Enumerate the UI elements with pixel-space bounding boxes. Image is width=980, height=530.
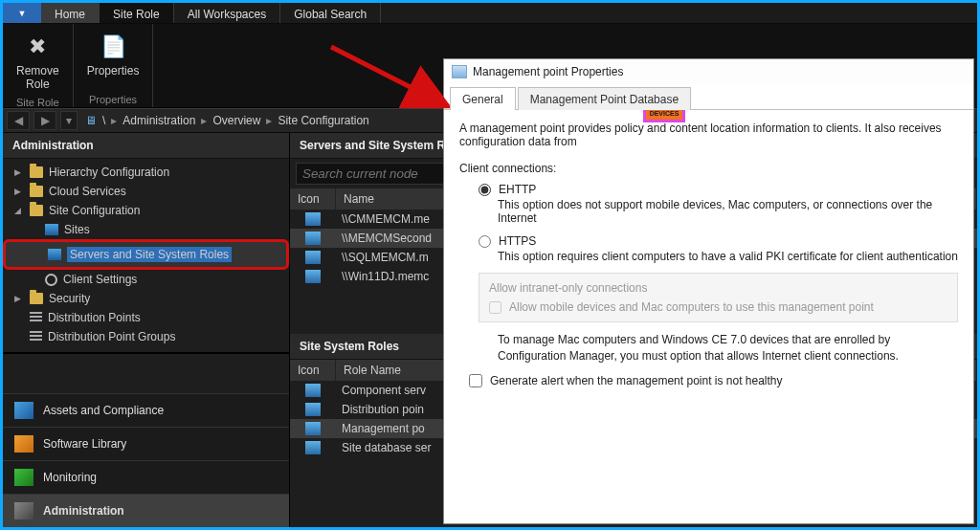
intranet-title: Allow intranet-only connections: [489, 281, 947, 295]
col-icon[interactable]: Icon: [290, 360, 336, 381]
properties-button[interactable]: 📄 Properties: [81, 28, 145, 81]
radio-https-label: HTTPS: [499, 234, 536, 248]
dialog-title: Management point Properties: [473, 65, 623, 78]
tab-site-role[interactable]: Site Role: [100, 3, 174, 23]
role-icon: [305, 403, 321, 416]
dialog-title-icon: [452, 65, 467, 78]
wunderbar: Assets and Compliance Software Library M…: [3, 393, 289, 527]
wb-monitoring[interactable]: Monitoring: [3, 460, 289, 494]
crumb-overview[interactable]: Overview: [212, 114, 260, 127]
tree-distribution-groups[interactable]: Distribution Point Groups: [3, 327, 289, 346]
server-icon: [305, 251, 321, 264]
tree-client-settings[interactable]: Client Settings: [3, 270, 289, 289]
mac-wince-note: To manage Mac computers and Windows CE 7…: [498, 332, 958, 364]
tab-mp-database[interactable]: Management Point Database: [518, 87, 691, 110]
software-icon: [14, 435, 33, 453]
gear-icon: [45, 274, 57, 286]
intranet-cb-row: Allow mobile devices and Mac computers t…: [489, 300, 947, 314]
navigation-pane: Administration ▶Hierarchy Configuration …: [3, 133, 290, 527]
list-icon: [30, 331, 42, 342]
nav-history-button[interactable]: ▾: [60, 111, 78, 130]
crumb-admin[interactable]: Administration: [122, 114, 195, 127]
admin-icon: [14, 502, 33, 519]
server-icon: [48, 249, 61, 260]
breadcrumb: 🖥 \▸ Administration▸ Overview▸ Site Conf…: [81, 114, 373, 127]
radio-ehttp-row[interactable]: EHTTP: [479, 183, 958, 196]
tree-distribution-points[interactable]: Distribution Points: [3, 308, 289, 327]
list-icon: [30, 312, 42, 323]
server-icon: [305, 270, 321, 283]
intranet-box: Allow intranet-only connections Allow mo…: [479, 273, 958, 322]
properties-icon: 📄: [98, 32, 128, 62]
tree-site-configuration[interactable]: ◢Site Configuration: [3, 201, 289, 220]
server-icon: [305, 232, 321, 245]
properties-dialog: Management point Properties HOW TO MANAG…: [443, 58, 974, 524]
sites-icon: [45, 224, 58, 235]
radio-ehttp[interactable]: [479, 184, 491, 196]
folder-icon: [30, 205, 43, 216]
ribbon-group-label-2: Properties: [89, 92, 137, 105]
remove-role-button[interactable]: ✖ Remove Role: [11, 28, 65, 95]
nav-back-button[interactable]: ◀: [7, 111, 30, 130]
wb-software[interactable]: Software Library: [3, 427, 289, 460]
tree-hierarchy-config[interactable]: ▶Hierarchy Configuration: [3, 163, 289, 182]
radio-https[interactable]: [479, 235, 491, 248]
server-icon: [305, 212, 321, 226]
remove-role-label: Remove Role: [16, 64, 59, 91]
col-icon[interactable]: Icon: [290, 188, 336, 210]
tree-security[interactable]: ▶Security: [3, 289, 289, 308]
alert-row[interactable]: Generate alert when the management point…: [469, 374, 958, 387]
chevron-down-icon: ▼: [18, 9, 27, 18]
monitoring-icon: [14, 469, 33, 486]
assets-icon: [14, 402, 33, 419]
dialog-content: A management point provides policy and c…: [444, 109, 973, 523]
tab-all-workspaces[interactable]: All Workspaces: [174, 3, 280, 23]
ehttp-description: This option does not support mobile devi…: [498, 198, 958, 225]
system-menu-button[interactable]: ▼: [3, 3, 41, 23]
dialog-tabs: General Management Point Database: [444, 84, 973, 109]
properties-label: Properties: [87, 64, 140, 77]
alert-label: Generate alert when the management point…: [490, 374, 783, 387]
ribbon-group-site-role: ✖ Remove Role Site Role: [3, 24, 74, 107]
navigation-pane-title: Administration: [3, 133, 289, 159]
tree-cloud-services[interactable]: ▶Cloud Services: [3, 182, 289, 201]
divider: [3, 352, 289, 354]
dialog-title-bar: Management point Properties: [444, 59, 973, 84]
crumb-siteconfig[interactable]: Site Configuration: [278, 114, 368, 127]
nav-tree: ▶Hierarchy Configuration ▶Cloud Services…: [3, 159, 289, 350]
radio-ehttp-label: EHTTP: [499, 183, 536, 196]
folder-icon: [30, 166, 43, 178]
wb-assets[interactable]: Assets and Compliance: [3, 393, 289, 427]
role-icon: [305, 422, 321, 435]
folder-icon: [30, 186, 43, 197]
https-description: This option requires client computers to…: [498, 250, 958, 263]
nav-forward-button[interactable]: ▶: [33, 111, 56, 130]
ribbon-group-properties: 📄 Properties Properties: [74, 24, 154, 107]
crumb-root[interactable]: \: [102, 114, 105, 127]
dialog-description: A management point provides policy and c…: [459, 121, 958, 148]
client-connections-label: Client connections:: [459, 162, 958, 175]
folder-icon: [30, 293, 43, 304]
tree-servers-and-roles[interactable]: Servers and Site System Roles: [3, 239, 289, 270]
tab-global-search[interactable]: Global Search: [280, 3, 381, 23]
top-menu-bar: ▼ Home Site Role All Workspaces Global S…: [3, 3, 977, 24]
tab-home[interactable]: Home: [41, 3, 100, 23]
role-icon: [305, 384, 321, 397]
role-icon: [305, 441, 321, 454]
radio-https-row[interactable]: HTTPS: [479, 234, 958, 248]
ribbon-group-label-1: Site Role: [16, 95, 59, 108]
remove-role-icon: ✖: [22, 32, 53, 62]
intranet-cb-label: Allow mobile devices and Mac computers t…: [509, 300, 874, 314]
alert-checkbox[interactable]: [469, 374, 482, 387]
intranet-checkbox: [489, 301, 501, 314]
wb-administration[interactable]: Administration: [3, 494, 289, 527]
tree-sites[interactable]: Sites: [3, 220, 289, 239]
tab-general[interactable]: General: [450, 87, 516, 110]
